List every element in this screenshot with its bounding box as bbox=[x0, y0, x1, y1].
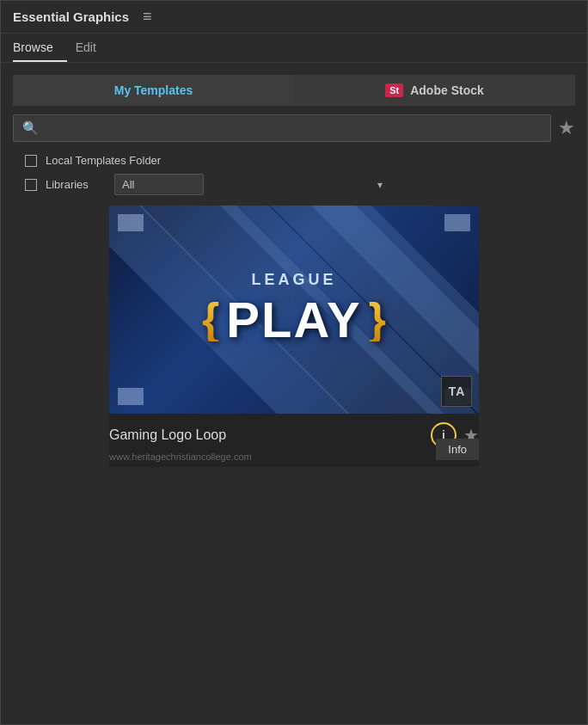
tab-edit[interactable]: Edit bbox=[76, 34, 110, 62]
card-title: Gaming Logo Loop bbox=[109, 427, 424, 443]
play-word: PLAY bbox=[226, 291, 361, 348]
local-templates-checkbox[interactable] bbox=[25, 155, 37, 167]
search-row: 🔍 ★ bbox=[13, 114, 575, 142]
card-footer: Gaming Logo Loop i ★ bbox=[109, 414, 479, 452]
search-icon: 🔍 bbox=[22, 120, 39, 136]
search-box: 🔍 bbox=[13, 114, 551, 142]
libraries-row: Libraries All My Library Shared Library … bbox=[25, 174, 575, 195]
tabs-bar: Browse Edit bbox=[1, 34, 587, 63]
adobe-stock-button[interactable]: St Adobe Stock bbox=[294, 75, 575, 106]
type-icon-overlay: TА bbox=[441, 376, 472, 407]
local-templates-label: Local Templates Folder bbox=[46, 154, 161, 167]
corner-block-tl bbox=[118, 214, 144, 231]
libraries-select-wrapper: All My Library Shared Library ▾ bbox=[114, 174, 389, 195]
my-templates-button[interactable]: My Templates bbox=[13, 75, 294, 106]
type-icon: TА bbox=[449, 384, 465, 398]
info-popup-button[interactable]: Info bbox=[436, 439, 479, 460]
league-word: LEAGUE bbox=[251, 271, 336, 289]
tab-browse[interactable]: Browse bbox=[13, 34, 67, 62]
brace-open: { bbox=[202, 297, 219, 341]
libraries-checkbox[interactable] bbox=[25, 179, 37, 191]
libraries-label: Libraries bbox=[46, 178, 106, 191]
menu-icon[interactable]: ≡ bbox=[143, 8, 152, 26]
play-row: { PLAY } bbox=[202, 291, 386, 348]
panel: Essential Graphics ≡ Browse Edit My Temp… bbox=[0, 0, 588, 725]
brace-close: } bbox=[369, 297, 386, 341]
template-thumbnail[interactable]: LEAGUE { PLAY } TА bbox=[109, 206, 479, 414]
panel-title: Essential Graphics bbox=[13, 9, 129, 24]
corner-block-tr bbox=[444, 214, 470, 231]
template-card: LEAGUE { PLAY } TА Gaming Logo Loop i bbox=[109, 206, 479, 467]
card-url: www.heritagechristiancollege.com bbox=[109, 452, 479, 467]
favorites-star-button[interactable]: ★ bbox=[558, 117, 575, 139]
libraries-select[interactable]: All My Library Shared Library bbox=[114, 174, 204, 195]
adobe-stock-label: Adobe Stock bbox=[410, 83, 484, 97]
corner-block-bl bbox=[118, 388, 144, 405]
league-play-text: LEAGUE { PLAY } bbox=[202, 271, 386, 348]
source-selector: My Templates St Adobe Stock bbox=[13, 75, 575, 106]
adobe-stock-badge: St bbox=[385, 83, 403, 97]
chevron-down-icon: ▾ bbox=[377, 179, 383, 191]
panel-header: Essential Graphics ≡ bbox=[1, 1, 587, 34]
local-templates-row: Local Templates Folder bbox=[25, 154, 575, 167]
search-input[interactable] bbox=[46, 122, 542, 135]
content-area: LEAGUE { PLAY } TА Gaming Logo Loop i bbox=[1, 206, 587, 724]
